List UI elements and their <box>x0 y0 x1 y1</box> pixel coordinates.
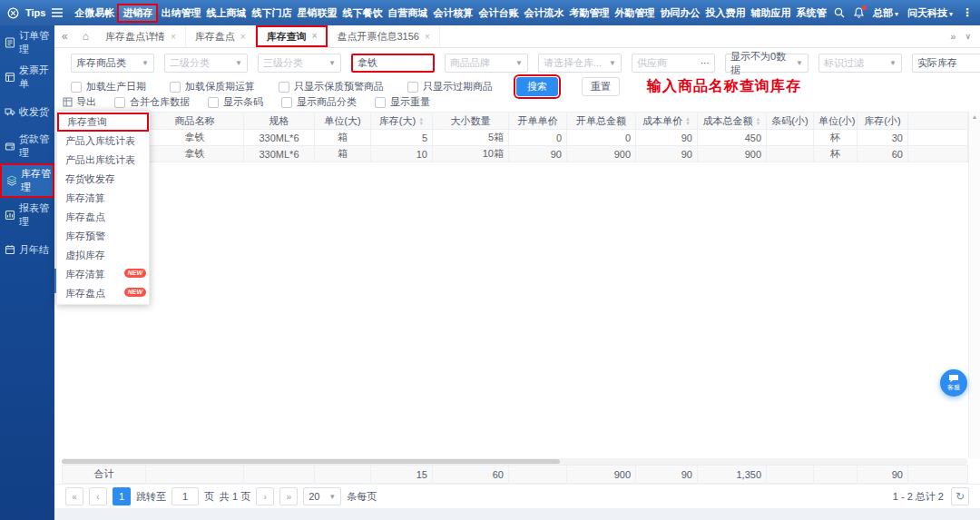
nav-item[interactable]: 出纳管理 <box>158 5 203 22</box>
sort-icon[interactable]: ▲▼ <box>685 117 691 126</box>
show-expired-checkbox[interactable]: 只显示过期商品 <box>407 80 493 93</box>
show-expiry-warning-checkbox[interactable]: 只显示保质预警商品 <box>279 80 384 93</box>
notification-bell-icon[interactable] <box>854 7 864 18</box>
sort-icon[interactable]: ▲▼ <box>756 117 761 126</box>
sidebar-item-orders[interactable]: 订单管理 <box>0 25 54 60</box>
checkbox-icon[interactable] <box>208 97 219 108</box>
checkbox-icon[interactable] <box>279 82 289 93</box>
refresh-icon[interactable]: ↻ <box>951 487 969 505</box>
nav-item[interactable]: 协同办公 <box>657 5 702 22</box>
product-name-input[interactable] <box>351 54 435 73</box>
category-select[interactable]: 库存商品类▼ <box>71 54 154 73</box>
close-icon[interactable]: × <box>312 27 318 45</box>
nav-item[interactable]: 投入费用 <box>702 5 748 22</box>
col-unit-small[interactable]: 单位(小) <box>814 113 858 130</box>
export-button[interactable]: 导出 <box>63 95 96 109</box>
nav-item[interactable]: 辅助应用 <box>748 5 793 22</box>
col-order-price[interactable]: 开单单价 <box>509 113 567 130</box>
overflow-menu-icon[interactable]: ⋮ <box>962 6 973 19</box>
stock-type-select[interactable]: 实际库存▼ <box>912 54 980 73</box>
load-shelf-life-checkbox[interactable]: 加载保质期运算 <box>170 80 255 93</box>
sort-icon[interactable]: ▲▼ <box>418 117 424 126</box>
warehouse-select[interactable]: 请选择仓库...▼ <box>538 54 622 73</box>
next-page-button[interactable]: › <box>256 487 274 505</box>
tab-stocktake[interactable]: 库存盘点 × <box>186 25 256 48</box>
sidebar-item-payments[interactable]: 货款管理 <box>0 129 54 163</box>
submenu-item-stock-settle-new[interactable]: 库存清算NEW <box>57 265 149 284</box>
submenu-item-virtual-stock[interactable]: 虚拟库存 <box>57 246 149 265</box>
table-row[interactable]: 拿铁 330ML*6 箱 10 10箱 90 900 90 900 杯 60 <box>63 146 968 162</box>
show-weight-checkbox[interactable]: 显示重量 <box>375 95 430 109</box>
tab-stocktake-invoice[interactable]: 盘点开票信息3156 × <box>328 25 439 48</box>
supplier-picker[interactable]: 供应商⋯ <box>632 54 715 73</box>
col-cost-price[interactable]: 成本单价▲▼ <box>636 113 698 130</box>
tabs-menu-icon[interactable]: ∨ <box>965 32 971 41</box>
merge-warehouse-checkbox[interactable]: 合并仓库数据 <box>114 95 190 109</box>
sidebar-item-reports[interactable]: 报表管理 <box>0 198 54 232</box>
nav-item[interactable]: 外勤管理 <box>612 5 657 22</box>
checkbox-icon[interactable] <box>375 97 386 108</box>
tab-stock-query-active[interactable]: 库存查询 × <box>256 25 328 47</box>
show-category-checkbox[interactable]: 显示商品分类 <box>281 95 357 109</box>
checkbox-icon[interactable] <box>407 82 418 93</box>
submenu-item-stock-flow[interactable]: 存货收发存 <box>57 170 149 189</box>
ellipsis-icon[interactable]: ⋯ <box>701 58 710 68</box>
nav-item-active[interactable]: 进销存 <box>117 4 158 23</box>
nav-item[interactable]: 自营商城 <box>385 5 430 22</box>
home-icon[interactable]: ⌂ <box>75 30 96 43</box>
nav-item[interactable]: 线下餐饮 <box>339 5 385 22</box>
submenu-item-inbound-stats[interactable]: 产品入库统计表 <box>57 132 149 151</box>
table-row[interactable]: 拿铁 330ML*6 箱 5 5箱 0 0 90 450 杯 30 <box>63 130 968 146</box>
search-icon[interactable] <box>834 7 845 18</box>
nav-item[interactable]: 会计核算 <box>430 5 475 22</box>
tab-stocktake-detail[interactable]: 库存盘点详情 × <box>96 25 186 48</box>
flag-filter-select[interactable]: 标识过滤▼ <box>818 54 902 73</box>
nav-item[interactable]: 线上商城 <box>203 5 249 22</box>
col-cost-amount[interactable]: 成本总金额▲▼ <box>698 113 767 130</box>
nonzero-select[interactable]: 显示不为0数据▼ <box>725 54 808 73</box>
page-size-select[interactable]: 20▼ <box>303 487 341 505</box>
nav-item[interactable]: 星销联盟 <box>294 5 339 22</box>
col-stock-large[interactable]: 库存(大)▲▼ <box>371 113 433 130</box>
col-order-amount[interactable]: 开单总金额 <box>567 113 636 130</box>
scrollbar-thumb[interactable] <box>62 459 560 464</box>
sidebar-item-inventory[interactable]: 库存管理 <box>0 163 54 198</box>
sidebar-item-invoicing[interactable]: 发票开单 <box>0 60 54 94</box>
nav-item[interactable]: 系统管理 <box>793 5 827 22</box>
first-page-button[interactable]: « <box>65 487 83 505</box>
submenu-item-stock-query[interactable]: 库存查询 <box>57 113 149 132</box>
customer-service-button[interactable]: 客服 <box>940 369 967 397</box>
col-spec[interactable]: 规格 <box>244 113 315 130</box>
tabs-collapse-icon[interactable]: « <box>54 30 75 43</box>
submenu-item-stock-settle[interactable]: 库存清算 <box>57 189 149 208</box>
checkbox-icon[interactable] <box>170 82 181 93</box>
col-qty[interactable]: 大小数量 <box>433 113 509 130</box>
checkbox-icon[interactable] <box>281 97 292 108</box>
search-button[interactable]: 搜索 <box>516 77 558 96</box>
brand-select[interactable]: 商品品牌▼ <box>445 54 528 73</box>
nav-item[interactable]: 会计流水 <box>521 5 566 22</box>
vertical-scrollbar[interactable]: ▲ <box>968 112 980 458</box>
col-barcode-small[interactable]: 条码(小) <box>767 113 814 130</box>
reset-button[interactable]: 重置 <box>582 77 620 96</box>
sidebar-item-monthly-close[interactable]: 月年结 <box>0 232 54 267</box>
submenu-item-stocktake[interactable]: 库存盘点 <box>57 208 149 227</box>
current-page-button[interactable]: 1 <box>113 487 131 505</box>
tabs-forward-icon[interactable]: » <box>950 31 956 42</box>
checkbox-icon[interactable] <box>114 97 125 108</box>
prev-page-button[interactable]: ‹ <box>89 487 107 505</box>
org-switcher[interactable]: 总部▾ <box>873 6 898 20</box>
close-icon[interactable]: × <box>425 25 430 48</box>
nav-item[interactable]: 线下门店 <box>249 5 294 22</box>
show-barcode-checkbox[interactable]: 显示条码 <box>208 95 263 109</box>
horizontal-scrollbar[interactable] <box>62 458 967 465</box>
load-production-date-checkbox[interactable]: 加载生产日期 <box>71 80 146 93</box>
nav-item[interactable]: 会计台账 <box>475 5 521 22</box>
col-unit-large[interactable]: 单位(大) <box>315 113 371 130</box>
submenu-item-outbound-stats[interactable]: 产品出库统计表 <box>57 151 149 170</box>
nav-item[interactable]: 企微易帐 <box>72 5 117 22</box>
sidebar-item-shipping[interactable]: 收发货 <box>0 94 54 129</box>
col-stock-small[interactable]: 库存(小) <box>858 113 908 130</box>
last-page-button[interactable]: » <box>279 487 298 505</box>
tenant-menu[interactable]: 问天科技▾ <box>907 6 953 20</box>
